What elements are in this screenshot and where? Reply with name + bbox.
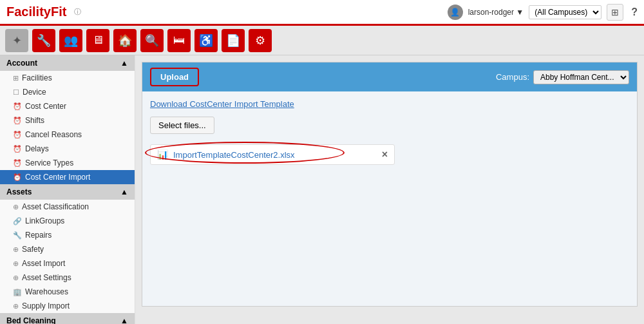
- download-template-link[interactable]: Download CostCenter Import Template: [150, 99, 629, 109]
- file-info: 📊 ImportTemplateCostCenter2.xlsx: [157, 149, 295, 160]
- help-button[interactable]: ?: [631, 6, 638, 18]
- grid-icon-button[interactable]: ⊞: [607, 4, 623, 21]
- sidebar-section-account: Account ▲: [0, 55, 135, 71]
- sidebar-item-linkgroups[interactable]: 🔗 LinkGroups: [0, 214, 135, 228]
- toolbar-settings-btn[interactable]: ⚙: [249, 29, 272, 52]
- asset-import-icon: ⊕: [13, 260, 19, 268]
- sidebar-account-label: Account: [6, 59, 37, 68]
- toolbar-document-btn[interactable]: 📄: [222, 29, 245, 52]
- asset-settings-icon: ⊕: [13, 274, 19, 282]
- sidebar-item-delays[interactable]: ⏰ Delays: [0, 142, 135, 156]
- sidebar-item-label: Delays: [25, 144, 49, 153]
- sidebar-item-label: Asset Import: [22, 259, 65, 268]
- asset-classification-icon: ⊕: [13, 203, 19, 211]
- sidebar-assets-label: Assets: [6, 187, 32, 196]
- main-toolbar: ✦ 🔧 👥 🖥 🏠 🔍 🛏 ♿ 📄 ⚙: [0, 26, 644, 55]
- delays-icon: ⏰: [13, 145, 22, 153]
- toolbar-wheelchair-btn[interactable]: ♿: [194, 29, 218, 52]
- content-panel: Upload Campus: Abby Hoffman Cent... Down…: [142, 62, 638, 307]
- filename-label: ImportTemplateCostCenter2.xlsx: [173, 150, 295, 160]
- sidebar-item-cost-center-import[interactable]: ⏰ Cost Center Import: [0, 170, 135, 184]
- sidebar-item-cost-center[interactable]: ⏰ Cost Center: [0, 99, 135, 113]
- sidebar-item-label: Repairs: [25, 231, 52, 240]
- content-header: Upload Campus: Abby Hoffman Cent...: [142, 62, 637, 91]
- sidebar-assets-collapse[interactable]: ▲: [120, 187, 128, 196]
- facilities-icon: ⊞: [13, 74, 19, 82]
- linkgroups-icon: 🔗: [13, 217, 22, 225]
- sidebar-item-label: LinkGroups: [25, 216, 64, 225]
- sidebar-item-label: Cost Center Import: [25, 173, 90, 182]
- sidebar: Account ▲ ⊞ Facilities ☐ Device ⏰ Cost C…: [0, 55, 135, 324]
- safety-icon: ⊕: [13, 245, 19, 254]
- warehouses-icon: 🏢: [13, 288, 22, 296]
- sidebar-bed-cleaning-label: Bed Cleaning: [6, 316, 56, 324]
- repairs-icon: 🔧: [13, 231, 22, 240]
- sidebar-section-assets: Assets ▲: [0, 184, 135, 200]
- sidebar-item-label: Asset Settings: [22, 273, 71, 282]
- campus-label: Campus:: [496, 72, 529, 82]
- campus-selector-area: Campus: Abby Hoffman Cent...: [496, 70, 629, 84]
- logo-info-icon: ⓘ: [74, 7, 81, 17]
- sidebar-item-repairs[interactable]: 🔧 Repairs: [0, 228, 135, 242]
- sidebar-item-cancel-reasons[interactable]: ⏰ Cancel Reasons: [0, 128, 135, 142]
- file-row: 📊 ImportTemplateCostCenter2.xlsx ×: [150, 144, 395, 165]
- sidebar-item-warehouses[interactable]: 🏢 Warehouses: [0, 285, 135, 299]
- toolbar-home-btn[interactable]: 🏠: [113, 29, 137, 52]
- file-icon: 📊: [157, 149, 168, 160]
- sidebar-item-safety[interactable]: ⊕ Safety: [0, 242, 135, 256]
- sidebar-item-facilities[interactable]: ⊞ Facilities: [0, 71, 135, 85]
- sidebar-bed-cleaning-collapse[interactable]: ▲: [120, 316, 128, 324]
- upload-button[interactable]: Upload: [150, 68, 199, 86]
- logo-fit: Fit: [51, 5, 66, 19]
- logo-facility: Facility: [6, 5, 51, 19]
- sidebar-section-bed-cleaning: Bed Cleaning ▲: [0, 313, 135, 324]
- service-types-icon: ⏰: [13, 159, 22, 167]
- sidebar-item-label: Shifts: [25, 116, 44, 125]
- shifts-icon: ⏰: [13, 117, 22, 125]
- avatar: 👤: [448, 5, 463, 20]
- sidebar-item-label: Supply Import: [22, 301, 70, 310]
- main-layout: Account ▲ ⊞ Facilities ☐ Device ⏰ Cost C…: [0, 55, 644, 324]
- username-dropdown[interactable]: larson-rodger ▼: [468, 8, 524, 17]
- app-logo: FacilityFit: [6, 5, 66, 19]
- sidebar-item-service-types[interactable]: ⏰ Service Types: [0, 156, 135, 170]
- sidebar-item-label: Asset Classification: [22, 202, 89, 211]
- sidebar-account-collapse[interactable]: ▲: [120, 59, 128, 68]
- sidebar-item-label: Service Types: [25, 158, 73, 167]
- sidebar-item-label: Safety: [22, 245, 44, 254]
- sidebar-item-label: Cancel Reasons: [25, 130, 82, 139]
- toolbar-bed-btn[interactable]: 🛏: [167, 29, 191, 52]
- file-entry-area: 📊 ImportTemplateCostCenter2.xlsx ×: [150, 144, 629, 165]
- user-area: 👤 larson-rodger ▼ (All Campuses) ⊞ ?: [448, 4, 638, 21]
- content-area: Upload Campus: Abby Hoffman Cent... Down…: [135, 55, 644, 324]
- cost-center-import-icon: ⏰: [13, 173, 22, 182]
- sidebar-item-label: Device: [23, 88, 46, 97]
- sidebar-item-device[interactable]: ☐ Device: [0, 85, 135, 99]
- sidebar-item-asset-settings[interactable]: ⊕ Asset Settings: [0, 271, 135, 285]
- app-header: FacilityFit ⓘ 👤 larson-rodger ▼ (All Cam…: [0, 0, 644, 26]
- sidebar-item-asset-classification[interactable]: ⊕ Asset Classification: [0, 200, 135, 214]
- device-icon: ☐: [13, 88, 19, 97]
- sidebar-item-supply-import[interactable]: ⊕ Supply Import: [0, 299, 135, 313]
- sidebar-item-label: Warehouses: [25, 287, 68, 296]
- select-files-button[interactable]: Select files...: [150, 117, 214, 134]
- toolbar-search-btn[interactable]: 🔍: [140, 29, 164, 52]
- campus-content-select[interactable]: Abby Hoffman Cent...: [533, 70, 629, 84]
- toolbar-users-btn[interactable]: 👥: [59, 29, 82, 52]
- sidebar-item-label: Facilities: [22, 73, 52, 82]
- supply-import-icon: ⊕: [13, 302, 19, 310]
- cancel-reasons-icon: ⏰: [13, 131, 22, 139]
- cost-center-icon: ⏰: [13, 102, 22, 111]
- toolbar-monitor-btn[interactable]: 🖥: [86, 29, 109, 52]
- toolbar-flash-btn[interactable]: ✦: [5, 29, 28, 52]
- content-body: Download CostCenter Import Template Sele…: [142, 91, 637, 173]
- sidebar-item-asset-import[interactable]: ⊕ Asset Import: [0, 256, 135, 271]
- sidebar-item-shifts[interactable]: ⏰ Shifts: [0, 113, 135, 128]
- all-campuses-select[interactable]: (All Campuses): [529, 5, 601, 19]
- file-close-button[interactable]: ×: [382, 149, 388, 160]
- sidebar-item-label: Cost Center: [25, 102, 66, 111]
- toolbar-wrench-btn[interactable]: 🔧: [32, 29, 55, 52]
